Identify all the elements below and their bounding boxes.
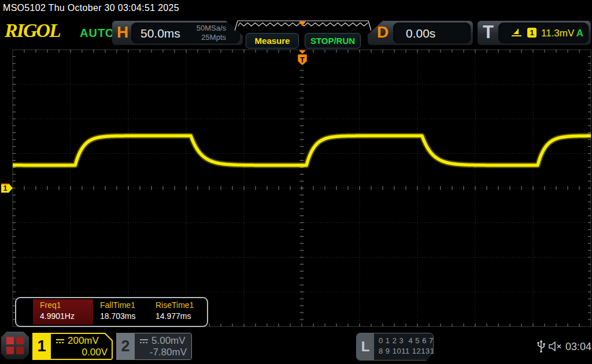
- speaker-muted-icon: [548, 340, 564, 352]
- channel2-offset: -7.80mV: [150, 347, 187, 358]
- channel1-offset: 0.00V: [82, 347, 108, 358]
- channel1-badge: 1: [32, 333, 51, 360]
- dc-coupling-icon: [139, 338, 149, 344]
- dc-coupling-icon: [56, 338, 65, 344]
- measurement-results-box: Freq1 4.9901Hz FallTime1 18.703ms RiseTi…: [15, 297, 208, 327]
- channel1-scale: 200mV: [68, 335, 99, 347]
- logic-badge: L: [357, 333, 374, 360]
- channel2-badge: 2: [116, 333, 135, 360]
- logic-channels-block[interactable]: L 0 1 2 3 4 5 6 7 8 9 1011 12131415: [356, 333, 434, 361]
- channel2-scale: 5.00mV: [151, 335, 186, 347]
- channel1-status-block[interactable]: 1 200mV 0.00V: [32, 333, 113, 360]
- measurement-freq1[interactable]: Freq1 4.9901Hz: [33, 299, 93, 325]
- svg-text:T: T: [300, 55, 305, 64]
- usb-icon: [536, 340, 546, 353]
- svg-text:1: 1: [3, 184, 8, 192]
- logic-channels-row1: 0 1 2 3 4 5 6 7: [379, 336, 434, 345]
- status-clock: 03:04: [565, 341, 591, 353]
- channel2-status-block[interactable]: 2 5.00mV -7.80mV: [116, 333, 192, 360]
- grid-menu-button[interactable]: [1, 332, 29, 359]
- measurement-falltime1[interactable]: FallTime1 18.703ms: [93, 299, 149, 325]
- measurement-risetime1[interactable]: RiseTime1 14.977ms: [149, 299, 204, 325]
- oscilloscope-screen: MSO5102 Thu October 30 03:04:51 2025 RIG…: [0, 0, 592, 364]
- grid-menu-icon: [6, 337, 14, 344]
